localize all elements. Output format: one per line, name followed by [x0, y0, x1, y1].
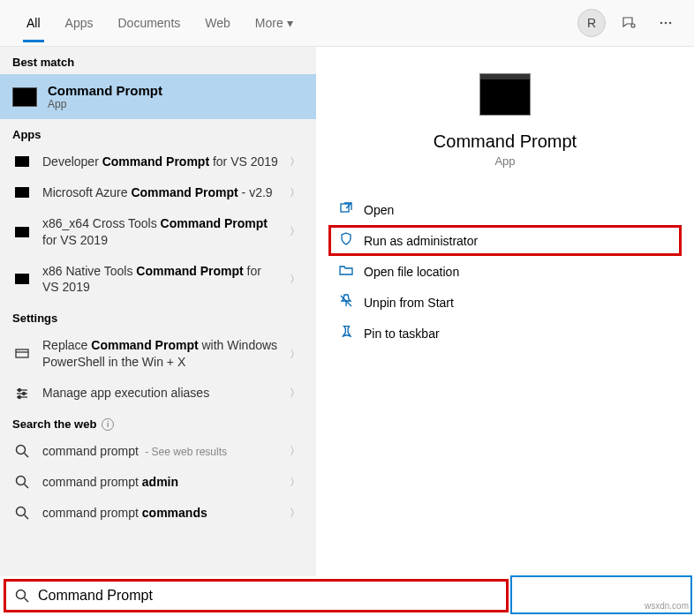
settings-item-0[interactable]: Replace Command Prompt with Windows Powe… [0, 330, 316, 378]
cmd-icon [12, 274, 32, 284]
top-row: All Apps Documents Web More ▾ R [0, 0, 694, 47]
app-item-1[interactable]: Microsoft Azure Command Prompt - v2.9 〉 [0, 177, 316, 208]
search-bar[interactable] [4, 579, 509, 612]
action-folder[interactable]: Open file location [328, 256, 682, 287]
apps-header: Apps [0, 119, 316, 146]
main: Best match Command Prompt App Apps Devel… [0, 47, 694, 576]
cmd-icon [12, 87, 37, 107]
left-panel: Best match Command Prompt App Apps Devel… [0, 47, 316, 576]
detail-title: Command Prompt [434, 131, 577, 152]
web-item-label: command prompt commands [42, 505, 279, 522]
best-match-title: Command Prompt [48, 83, 162, 98]
search-icon [12, 444, 32, 458]
svg-rect-4 [16, 349, 28, 357]
tabs: All Apps Documents Web More ▾ [14, 4, 306, 42]
search-input[interactable] [38, 588, 497, 604]
action-open[interactable]: Open [328, 194, 682, 225]
svg-point-2 [665, 22, 668, 25]
best-match-header: Best match [0, 47, 316, 74]
search-icon [15, 589, 29, 603]
best-match-item[interactable]: Command Prompt App [0, 74, 316, 119]
unpin-icon [339, 294, 353, 311]
open-icon [339, 201, 353, 218]
web-item-label: command prompt admin [42, 474, 279, 491]
action-label: Open [364, 203, 394, 217]
folder-icon [339, 263, 353, 280]
svg-point-12 [17, 446, 26, 454]
watermark: wsxdn.com [645, 601, 689, 611]
svg-point-3 [669, 22, 672, 25]
chevron-right-icon: 〉 [290, 154, 304, 169]
svg-point-14 [17, 477, 26, 485]
tab-documents[interactable]: Documents [105, 4, 192, 42]
app-item-label: Microsoft Azure Command Prompt - v2.9 [42, 184, 279, 201]
admin-icon [339, 232, 353, 249]
chevron-right-icon: 〉 [290, 386, 304, 401]
settings-item-icon [12, 387, 32, 401]
web-item-0[interactable]: command prompt - See web results 〉 [0, 436, 316, 467]
chevron-right-icon: 〉 [290, 272, 304, 287]
settings-header: Settings [0, 303, 316, 330]
web-header: Search the web i [0, 409, 316, 436]
chevron-right-icon: 〉 [290, 444, 304, 459]
svg-point-16 [17, 507, 26, 516]
svg-line-17 [25, 515, 29, 520]
cmd-icon [12, 187, 32, 198]
app-item-label: x86 Native Tools Command Prompt for VS 2… [42, 263, 279, 297]
app-item-label: x86_x64 Cross Tools Command Prompt for V… [42, 215, 279, 249]
action-unpin[interactable]: Unpin from Start [328, 287, 682, 318]
svg-point-1 [660, 22, 663, 25]
web-item-1[interactable]: command prompt admin 〉 [0, 467, 316, 498]
app-item-3[interactable]: x86 Native Tools Command Prompt for VS 2… [0, 256, 316, 304]
app-item-2[interactable]: x86_x64 Cross Tools Command Prompt for V… [0, 208, 316, 256]
svg-point-11 [19, 395, 21, 398]
feedback-icon[interactable] [615, 9, 643, 37]
action-label: Pin to taskbar [364, 327, 440, 341]
detail-cmd-icon [479, 73, 531, 116]
avatar[interactable]: R [577, 9, 606, 37]
action-label: Open file location [364, 265, 459, 279]
settings-item-icon [12, 347, 32, 361]
best-match-sub: App [48, 98, 162, 110]
app-item-label: Developer Command Prompt for VS 2019 [42, 154, 279, 170]
cmd-icon [12, 227, 32, 237]
svg-point-22 [17, 590, 26, 599]
cmd-icon [12, 156, 32, 167]
more-icon[interactable] [652, 9, 680, 37]
detail-sub: App [494, 154, 515, 168]
chevron-right-icon: 〉 [290, 224, 304, 239]
chevron-right-icon: 〉 [290, 475, 304, 490]
svg-rect-18 [341, 204, 349, 212]
action-pin[interactable]: Pin to taskbar [328, 318, 682, 349]
chevron-right-icon: 〉 [290, 185, 304, 200]
top-icons: R [577, 9, 680, 37]
info-icon: i [102, 418, 114, 431]
settings-item-1[interactable]: Manage app execution aliases 〉 [0, 378, 316, 409]
chevron-right-icon: 〉 [290, 506, 304, 521]
pin-icon [339, 325, 353, 342]
svg-point-10 [23, 392, 26, 394]
tab-more[interactable]: More ▾ [243, 4, 306, 42]
settings-item-label: Replace Command Prompt with Windows Powe… [42, 337, 279, 371]
action-label: Unpin from Start [364, 296, 454, 310]
search-icon [12, 475, 32, 489]
tab-web[interactable]: Web [192, 4, 243, 42]
svg-point-0 [631, 24, 635, 27]
app-item-0[interactable]: Developer Command Prompt for VS 2019 〉 [0, 146, 316, 177]
chevron-right-icon: 〉 [290, 347, 304, 362]
svg-line-13 [25, 454, 29, 458]
action-label: Run as administrator [364, 234, 478, 248]
svg-point-9 [19, 388, 21, 391]
web-item-2[interactable]: command prompt commands 〉 [0, 498, 316, 529]
action-admin[interactable]: Run as administrator [328, 225, 682, 256]
settings-item-label: Manage app execution aliases [42, 385, 279, 402]
right-panel: Command Prompt App OpenRun as administra… [316, 47, 694, 576]
tab-all[interactable]: All [14, 4, 53, 42]
svg-line-15 [25, 485, 29, 489]
tab-apps[interactable]: Apps [53, 4, 106, 42]
web-item-label: command prompt - See web results [42, 443, 279, 460]
search-icon [12, 506, 32, 520]
svg-line-23 [25, 598, 29, 603]
